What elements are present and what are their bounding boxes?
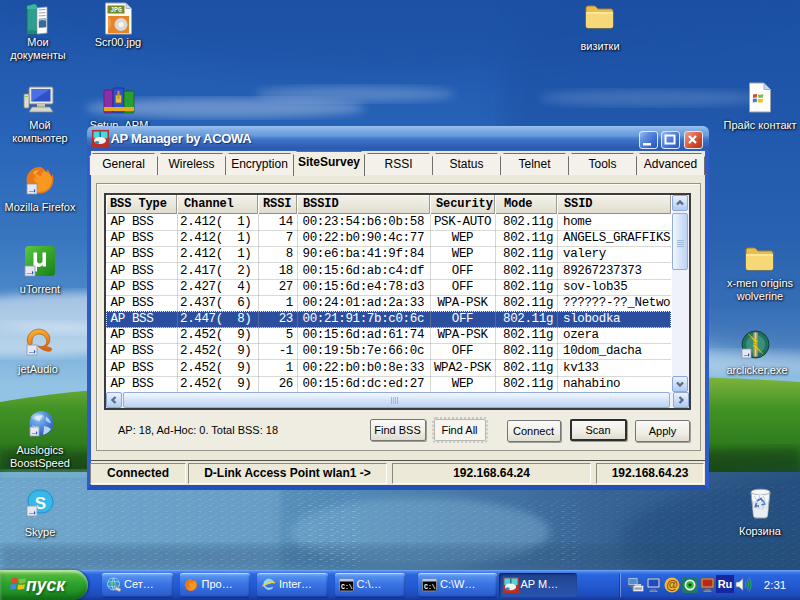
svg-text:@: @ xyxy=(666,578,678,592)
svg-text:C:\: C:\ xyxy=(424,584,436,591)
svg-text:C:\: C:\ xyxy=(341,584,353,591)
svg-text:JPG: JPG xyxy=(110,7,122,14)
